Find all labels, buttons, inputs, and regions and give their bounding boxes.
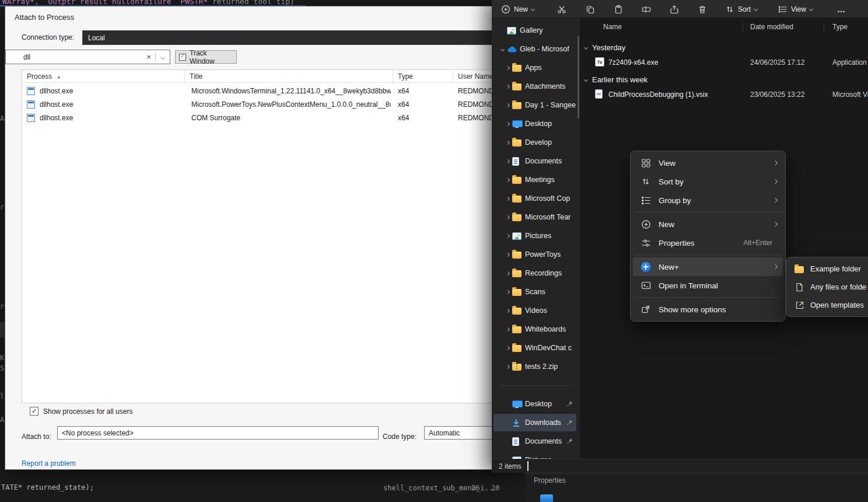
new-button[interactable]: New bbox=[496, 2, 539, 16]
chevron-right-icon[interactable] bbox=[506, 233, 510, 238]
sidebar-item-whiteboards[interactable]: Whiteboards bbox=[494, 320, 576, 338]
chevron-right-icon[interactable] bbox=[506, 215, 510, 219]
sidebar-pinned-desktop[interactable]: Desktop bbox=[494, 395, 576, 413]
column-divider[interactable] bbox=[824, 22, 824, 32]
code-type-dropdown[interactable]: Automatic bbox=[424, 426, 502, 440]
submenu-item-open-templates[interactable]: Open templates bbox=[789, 296, 868, 314]
sidebar-item-microsoft-copilot[interactable]: Microsoft Cop bbox=[494, 190, 576, 207]
filter-dropdown-button[interactable] bbox=[156, 55, 170, 59]
column-header-type[interactable]: Type bbox=[393, 70, 453, 83]
sidebar-item-documents[interactable]: Documents bbox=[494, 152, 576, 170]
process-filter-input[interactable]: dll × bbox=[5, 50, 170, 64]
sidebar-item-pictures[interactable]: Pictures bbox=[494, 227, 576, 245]
properties-folder-icon bbox=[540, 494, 553, 502]
file-row[interactable]: 7z2409-x64.exe 24/06/2025 17:12 Applicat… bbox=[580, 54, 868, 71]
sidebar-item-onedrive[interactable]: Gleb - Microsof bbox=[494, 40, 576, 58]
connection-type-label: Connection type: bbox=[22, 33, 74, 41]
column-divider[interactable] bbox=[743, 22, 743, 32]
chevron-right-icon[interactable] bbox=[506, 290, 510, 294]
menu-item-group-by[interactable]: Group by bbox=[633, 191, 783, 210]
attach-to-field[interactable]: <No process selected> bbox=[57, 426, 379, 440]
view-button[interactable]: View bbox=[774, 2, 817, 16]
see-more-button[interactable]: … bbox=[832, 2, 850, 16]
chevron-right-icon[interactable] bbox=[506, 308, 510, 312]
chevron-right-icon[interactable] bbox=[506, 159, 510, 163]
chevron-right-icon[interactable] bbox=[506, 346, 510, 350]
sidebar-item-desktop[interactable]: Desktop bbox=[494, 115, 576, 133]
sidebar-item-day1[interactable]: Day 1 - Sangee bbox=[494, 96, 576, 114]
process-icon bbox=[27, 100, 35, 109]
sidebar-item-develop[interactable]: Develop bbox=[494, 134, 576, 151]
chevron-right-icon[interactable] bbox=[506, 121, 510, 126]
sidebar-item-tests-zip[interactable]: tests 2.zip bbox=[494, 358, 576, 375]
menu-item-properties[interactable]: Properties Alt+Enter bbox=[633, 233, 783, 252]
column-header-date-modified[interactable]: Date modified bbox=[750, 23, 793, 31]
chevron-right-icon[interactable] bbox=[506, 271, 510, 275]
chevron-right-icon[interactable] bbox=[506, 327, 510, 331]
track-window-button[interactable]: Track Window bbox=[175, 50, 237, 64]
sidebar-item-meetings[interactable]: Meetings bbox=[494, 171, 576, 189]
checkbox-checked[interactable]: ✓ bbox=[30, 407, 38, 416]
column-header-title[interactable]: Title bbox=[185, 70, 393, 83]
sidebar-item-attachments[interactable]: Attachments bbox=[494, 78, 576, 95]
sidebar-pinned-documents[interactable]: Documents bbox=[494, 433, 576, 450]
connection-type-dropdown[interactable]: Local bbox=[82, 30, 501, 45]
chevron-right-icon[interactable] bbox=[506, 364, 510, 368]
sidebar-scrollbar[interactable] bbox=[578, 36, 579, 118]
sidebar-item-microsoft-teams[interactable]: Microsoft Tear bbox=[494, 208, 576, 226]
context-menu: View Sort by Group by New Properties Alt… bbox=[630, 151, 786, 322]
group-header-yesterday[interactable]: Yesterday bbox=[584, 41, 625, 53]
process-row[interactable]: dllhost.exe Microsoft.PowerToys.NewPlusC… bbox=[22, 98, 502, 111]
rename-button[interactable] bbox=[637, 2, 656, 16]
folder-icon bbox=[512, 214, 522, 221]
submenu-item-any-files[interactable]: Any files or folde bbox=[789, 278, 868, 296]
sidebar-item-powertoys[interactable]: PowerToys bbox=[494, 246, 576, 263]
menu-item-open-in-terminal[interactable]: Open in Terminal bbox=[633, 276, 783, 295]
sort-icon bbox=[641, 177, 650, 186]
chevron-right-icon[interactable] bbox=[506, 196, 510, 200]
column-header-type[interactable]: Type bbox=[832, 23, 848, 31]
menu-item-show-more-options[interactable]: Show more options bbox=[633, 300, 783, 319]
menu-item-sort-by[interactable]: Sort by bbox=[633, 172, 783, 191]
chevron-down-icon bbox=[584, 77, 588, 81]
sidebar-item-gallery[interactable]: Gallery bbox=[494, 22, 576, 39]
delete-button[interactable] bbox=[693, 2, 712, 16]
sidebar-item-scans[interactable]: Scans bbox=[494, 283, 576, 301]
sidebar-item-windevchat[interactable]: WinDevChat c bbox=[494, 339, 576, 357]
sidebar-pinned-downloads[interactable]: Downloads bbox=[494, 414, 576, 431]
chevron-right-icon[interactable] bbox=[506, 252, 510, 256]
chevron-down-icon[interactable] bbox=[501, 47, 505, 51]
menu-separator bbox=[634, 297, 782, 298]
chevron-right-icon[interactable] bbox=[506, 140, 510, 144]
group-header-earlier-this-week[interactable]: Earlier this week bbox=[584, 74, 648, 85]
process-row[interactable]: dllhost.exe Microsoft.WindowsTerminal_1.… bbox=[22, 85, 502, 98]
chevron-right-icon[interactable] bbox=[506, 65, 510, 69]
submenu-chevron-icon bbox=[773, 198, 778, 203]
sort-button[interactable]: Sort bbox=[720, 2, 762, 16]
terminal-icon bbox=[641, 281, 651, 290]
menu-item-new-plus[interactable]: New+ bbox=[633, 257, 783, 276]
paste-button[interactable] bbox=[609, 2, 628, 16]
folder-icon bbox=[512, 345, 522, 352]
menu-item-view[interactable]: View bbox=[633, 154, 783, 172]
sidebar-item-recordings[interactable]: Recordings bbox=[494, 264, 576, 282]
sidebar-pinned-pictures[interactable]: Pictures bbox=[494, 451, 576, 459]
file-row[interactable]: ChildProcessDebugging (1).vsix 23/06/202… bbox=[580, 86, 868, 103]
column-header-name[interactable]: Name bbox=[603, 23, 622, 31]
submenu-item-example-folder[interactable]: Example folder bbox=[789, 260, 868, 278]
column-header-process[interactable]: Process ▲ bbox=[22, 70, 185, 83]
chevron-right-icon[interactable] bbox=[506, 103, 510, 107]
menu-item-new[interactable]: New bbox=[633, 215, 783, 233]
process-row[interactable]: dllhost.exe COM Surrogate x64 REDMOND bbox=[22, 111, 502, 125]
report-problem-link[interactable]: Report a problem bbox=[22, 459, 76, 468]
cut-button[interactable] bbox=[552, 2, 571, 16]
chevron-right-icon[interactable] bbox=[506, 177, 510, 182]
share-button[interactable] bbox=[665, 2, 684, 16]
folder-icon bbox=[512, 102, 522, 109]
show-all-users-checkbox[interactable]: ✓ Show processes for all users bbox=[30, 407, 132, 416]
sidebar-item-videos[interactable]: Videos bbox=[494, 302, 576, 319]
copy-button[interactable] bbox=[581, 2, 600, 16]
sidebar-item-apps[interactable]: Apps bbox=[494, 59, 576, 76]
clear-filter-icon[interactable]: × bbox=[142, 53, 155, 61]
chevron-right-icon[interactable] bbox=[506, 84, 510, 88]
